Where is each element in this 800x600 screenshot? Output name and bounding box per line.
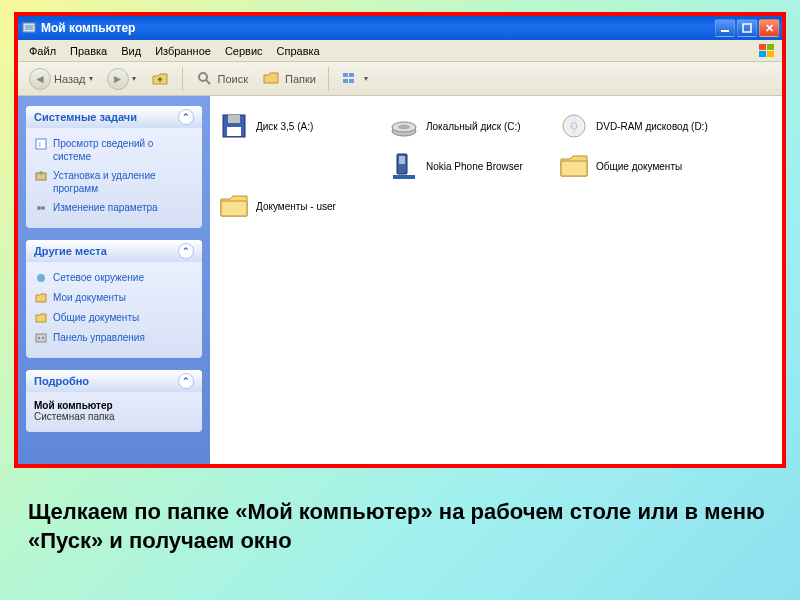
menu-favorites[interactable]: Избранное (148, 43, 218, 59)
dvd-drive-item[interactable]: DVD-RAM дисковод (D:) (558, 108, 728, 144)
views-button[interactable]: ▾ (336, 66, 373, 92)
svg-rect-7 (767, 51, 774, 57)
back-button[interactable]: ◄ Назад ▾ (24, 66, 98, 92)
collapse-icon: ⌃ (178, 373, 194, 389)
item-label: Nokia Phone Browser (426, 161, 523, 172)
panel-header[interactable]: Другие места ⌃ (26, 240, 202, 262)
minimize-button[interactable] (715, 19, 735, 37)
views-icon (341, 69, 361, 89)
separator (182, 67, 183, 91)
menu-edit[interactable]: Правка (63, 43, 114, 59)
chevron-down-icon: ▾ (89, 74, 93, 83)
window-body: Системные задачи ⌃ i Просмотр сведений о… (18, 96, 782, 464)
svg-text:i: i (39, 140, 41, 149)
search-label: Поиск (218, 73, 248, 85)
menu-tools[interactable]: Сервис (218, 43, 270, 59)
panel-title: Другие места (34, 245, 107, 257)
folder-icon (218, 190, 250, 222)
window-buttons: ✕ (715, 19, 779, 37)
tasks-sidebar: Системные задачи ⌃ i Просмотр сведений о… (18, 96, 210, 464)
svg-rect-11 (349, 73, 354, 77)
disc-icon (558, 110, 590, 142)
details-type: Системная папка (34, 411, 115, 422)
local-disk-item[interactable]: Локальный диск (C:) (388, 108, 558, 144)
details-panel: Подробно ⌃ Мой компьютер Системная папка (26, 370, 202, 432)
toolbar: ◄ Назад ▾ ► ▾ Поиск Папки (18, 62, 782, 96)
forward-arrow-icon: ► (107, 68, 129, 90)
link-label: Изменение параметра (53, 201, 158, 214)
folders-button[interactable]: Папки (257, 66, 321, 92)
menu-file[interactable]: Файл (22, 43, 63, 59)
window-title: Мой компьютер (41, 21, 715, 35)
svg-rect-3 (743, 24, 751, 32)
folder-icon (34, 311, 48, 325)
system-tasks-panel: Системные задачи ⌃ i Просмотр сведений о… (26, 106, 202, 228)
chevron-down-icon: ▾ (364, 74, 368, 83)
shared-documents-link[interactable]: Общие документы (34, 308, 194, 328)
item-label: DVD-RAM дисковод (D:) (596, 121, 708, 132)
folder-up-icon (150, 69, 170, 89)
phone-icon (388, 150, 420, 182)
svg-rect-25 (228, 115, 240, 123)
system-icon (21, 20, 37, 36)
back-label: Назад (54, 73, 86, 85)
panel-header[interactable]: Системные задачи ⌃ (26, 106, 202, 128)
forward-button[interactable]: ► ▾ (102, 66, 141, 92)
control-panel-link[interactable]: Панель управления (34, 328, 194, 348)
svg-rect-21 (36, 334, 46, 342)
change-setting-link[interactable]: Изменение параметра (34, 198, 194, 218)
content-area: Диск 3,5 (A:) Локальный диск (C:) DVD-RA… (210, 96, 782, 464)
item-label: Документы - user (256, 201, 336, 212)
close-button[interactable]: ✕ (759, 19, 779, 37)
svg-rect-2 (721, 30, 729, 32)
svg-point-8 (199, 73, 207, 81)
chevron-down-icon: ▾ (132, 74, 136, 83)
svg-rect-6 (759, 51, 766, 57)
link-label: Сетевое окружение (53, 271, 144, 284)
nokia-browser-item[interactable]: Nokia Phone Browser (388, 148, 558, 184)
network-icon (34, 271, 48, 285)
details-info: Мой компьютер Системная папка (34, 398, 194, 422)
folders-label: Папки (285, 73, 316, 85)
add-remove-programs-link[interactable]: Установка и удаление программ (34, 166, 194, 198)
link-label: Просмотр сведений о системе (53, 137, 194, 163)
explorer-window: Мой компьютер ✕ Файл Правка Вид Избранно… (14, 12, 786, 468)
up-button[interactable] (145, 66, 175, 92)
svg-point-22 (38, 337, 40, 339)
separator (328, 67, 329, 91)
svg-point-29 (398, 125, 410, 130)
back-arrow-icon: ◄ (29, 68, 51, 90)
svg-point-17 (39, 171, 43, 175)
view-system-info-link[interactable]: i Просмотр сведений о системе (34, 134, 194, 166)
menubar: Файл Правка Вид Избранное Сервис Справка (18, 40, 782, 62)
my-documents-link[interactable]: Мои документы (34, 288, 194, 308)
user-docs-item[interactable]: Документы - user (218, 188, 388, 224)
folder-icon (34, 291, 48, 305)
panel-header[interactable]: Подробно ⌃ (26, 370, 202, 392)
menu-help[interactable]: Справка (270, 43, 327, 59)
slide-caption: Щелкаем по папке «Мой компьютер» на рабо… (28, 498, 768, 555)
details-name: Мой компьютер (34, 400, 113, 411)
svg-rect-10 (343, 73, 348, 77)
svg-rect-14 (36, 139, 46, 149)
svg-rect-33 (399, 156, 405, 164)
svg-rect-5 (767, 44, 774, 50)
svg-rect-13 (349, 79, 354, 83)
info-icon: i (34, 137, 48, 151)
windows-logo-icon (756, 42, 778, 60)
floppy-drive-item[interactable]: Диск 3,5 (A:) (218, 108, 388, 144)
svg-rect-1 (25, 25, 33, 30)
svg-point-23 (42, 337, 44, 339)
maximize-button[interactable] (737, 19, 757, 37)
svg-point-19 (41, 206, 45, 210)
shared-docs-item[interactable]: Общие документы (558, 148, 728, 184)
item-label: Диск 3,5 (A:) (256, 121, 313, 132)
titlebar: Мой компьютер ✕ (18, 16, 782, 40)
item-label: Локальный диск (C:) (426, 121, 521, 132)
network-places-link[interactable]: Сетевое окружение (34, 268, 194, 288)
search-button[interactable]: Поиск (190, 66, 253, 92)
floppy-icon (218, 110, 250, 142)
menu-view[interactable]: Вид (114, 43, 148, 59)
link-label: Панель управления (53, 331, 145, 344)
folders-icon (262, 69, 282, 89)
